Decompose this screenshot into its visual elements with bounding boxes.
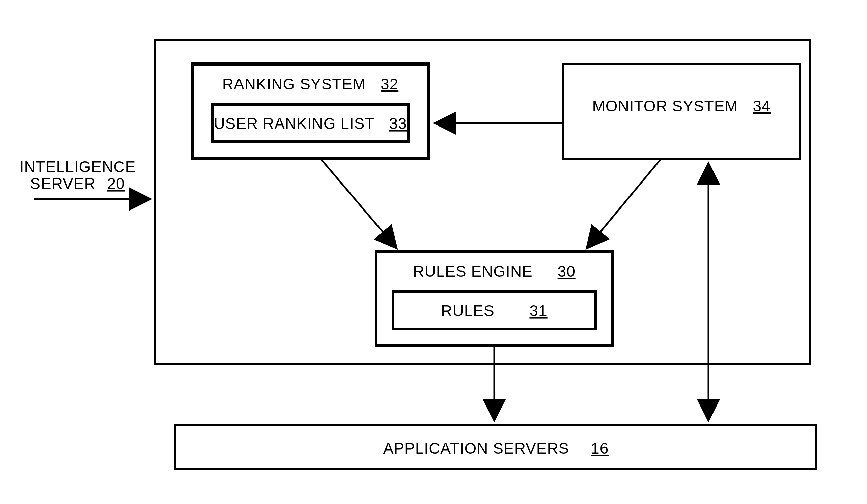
application-servers-label: APPLICATION SERVERS <box>383 440 569 457</box>
intelligence-server-number: 20 <box>107 175 125 192</box>
diagram-canvas: RANKING SYSTEM 32 USER RANKING LIST 33 M… <box>0 0 867 504</box>
svg-text:RULES
    31: RULES 31 <box>441 302 547 320</box>
rules-engine-number: 30 <box>558 262 576 280</box>
monitor-system-number: 34 <box>753 97 771 115</box>
ranking-system-label: RANKING SYSTEM <box>222 75 366 93</box>
intelligence-server-label-line1: INTELLIGENCE <box>20 158 136 175</box>
rules-engine-label: RULES ENGINE <box>413 262 533 280</box>
arrow-monitor-to-engine <box>587 159 661 248</box>
user-ranking-list-number: 33 <box>389 115 407 132</box>
ranking-system-number: 32 <box>381 75 398 93</box>
rules-label: RULES <box>441 302 494 320</box>
user-ranking-list-label: USER RANKING LIST <box>214 115 374 132</box>
monitor-system-label: MONITOR SYSTEM <box>592 97 738 115</box>
svg-text:USER RANKING LIST
    33: USER RANKING LIST 33 <box>214 115 407 132</box>
intelligence-server-label-line2: SERVER <box>30 175 95 192</box>
arrow-ranking-to-engine <box>321 159 396 248</box>
rules-number: 31 <box>529 302 547 320</box>
application-servers-number: 16 <box>591 440 609 457</box>
svg-text:SERVER
    20: SERVER 20 <box>30 175 125 192</box>
